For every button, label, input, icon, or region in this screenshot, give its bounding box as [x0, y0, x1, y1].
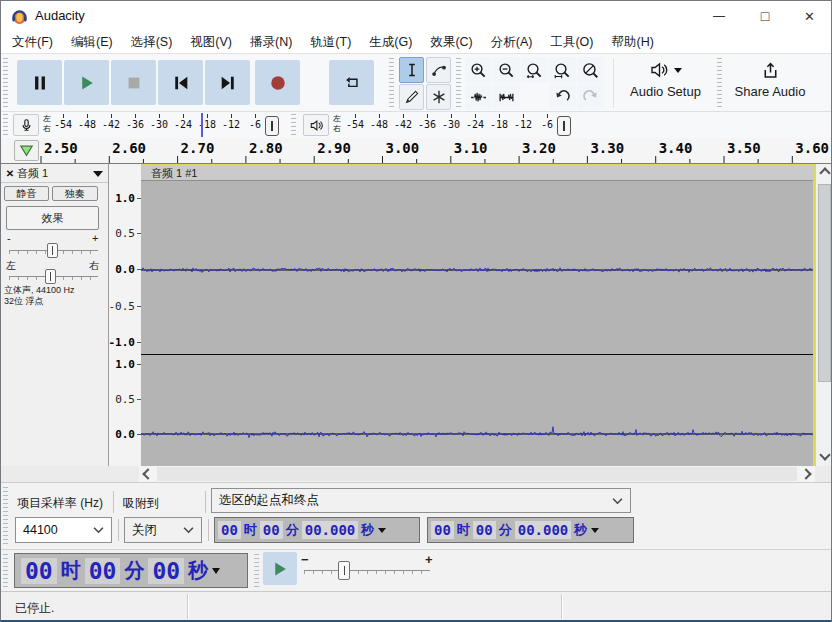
horizontal-scrollbar[interactable]	[139, 466, 815, 482]
transport-toolbar-grip[interactable]	[3, 58, 8, 108]
menu-item-8[interactable]: 效果(C)	[421, 31, 481, 53]
play-at-speed-button[interactable]	[263, 552, 297, 585]
menu-item-11[interactable]: 帮助(H)	[602, 31, 662, 53]
minimize-button[interactable]: —	[696, 1, 742, 31]
time-format-arrow-icon[interactable]	[378, 528, 386, 533]
menu-item-1[interactable]: 文件(F)	[3, 31, 62, 53]
time-unit-label[interactable]: 时	[244, 521, 257, 539]
snap-to-combobox[interactable]: 关闭	[124, 517, 202, 543]
pause-button[interactable]	[17, 60, 62, 105]
vertical-scrollbar[interactable]	[815, 164, 832, 466]
time-format-arrow-icon[interactable]	[591, 528, 599, 533]
playback-meter-grip[interactable]	[291, 114, 296, 136]
silence-selection-button[interactable]	[493, 84, 520, 110]
vertical-scrollbar-thumb[interactable]	[818, 184, 831, 382]
skip-to-start-button[interactable]	[158, 60, 203, 105]
time-digit-group[interactable]: 00	[473, 521, 496, 539]
zoom-toggle-button[interactable]	[577, 57, 604, 83]
waveform-channel-left[interactable]	[141, 181, 813, 353]
play-at-speed-grip[interactable]	[254, 554, 259, 588]
share-audio-button[interactable]: Share Audio	[725, 56, 815, 110]
time-digit-group[interactable]: 00	[218, 521, 241, 539]
zoom-to-selection-button[interactable]	[521, 57, 548, 83]
clip-title-bar[interactable]: 音频 1 #1	[141, 166, 813, 181]
audio-setup-button[interactable]: Audio Setup	[617, 56, 714, 110]
close-button[interactable]: ✕	[788, 1, 831, 31]
menu-item-4[interactable]: 视图(V)	[181, 31, 241, 53]
zoom-fit-project-button[interactable]	[549, 57, 576, 83]
menu-item-9[interactable]: 分析(A)	[482, 31, 542, 53]
menu-item-7[interactable]: 生成(G)	[360, 31, 421, 53]
solo-button[interactable]: 独奏	[52, 186, 98, 201]
redo-button[interactable]	[577, 84, 604, 110]
time-digit-group[interactable]: 00	[85, 558, 121, 584]
speed-slider-thumb[interactable]	[338, 561, 350, 580]
play-button[interactable]	[64, 60, 109, 105]
menu-item-6[interactable]: 轨道(T)	[301, 31, 360, 53]
time-digit-group[interactable]: 00.000	[515, 521, 572, 539]
horizontal-scrollbar-thumb[interactable]	[157, 467, 797, 481]
microphone-meter-button[interactable]	[13, 114, 39, 136]
envelope-tool-button[interactable]	[426, 57, 451, 83]
selection-toolbar-grip[interactable]	[3, 487, 8, 545]
time-digit-group[interactable]: 00	[148, 558, 184, 584]
multi-tool-button[interactable]	[426, 84, 451, 110]
timeline-scale[interactable]: 2.502.602.702.802.903.003.103.203.303.40…	[40, 138, 831, 163]
record-meter-grip[interactable]	[3, 114, 8, 136]
time-unit-label[interactable]: 时	[61, 557, 81, 584]
selection-start-time-field[interactable]: 00时00分00.000秒	[214, 517, 420, 543]
track-menu-arrow-icon[interactable]	[93, 171, 103, 177]
loop-button[interactable]	[329, 60, 374, 105]
selection-end-time-field[interactable]: 00时00分00.000秒	[427, 517, 634, 543]
zoom-in-button[interactable]	[465, 57, 492, 83]
share-toolbar-grip[interactable]	[717, 58, 722, 108]
timeline-ruler[interactable]: 2.502.602.702.802.903.003.103.203.303.40…	[1, 138, 831, 164]
title-bar[interactable]: Audacity — □ ✕	[1, 1, 831, 31]
meter-scale[interactable]: -54-48-42-36-30-24-18-12-6	[345, 114, 575, 137]
time-unit-label[interactable]: 秒	[188, 557, 208, 584]
time-unit-label[interactable]: 分	[286, 521, 299, 539]
audio-position-time-display[interactable]: 00时00分00秒	[14, 553, 248, 588]
scroll-up-arrow[interactable]	[816, 166, 832, 180]
time-digit-group[interactable]: 00.000	[302, 521, 359, 539]
menu-item-3[interactable]: 选择(S)	[122, 31, 182, 53]
time-unit-label[interactable]: 分	[499, 521, 512, 539]
menu-item-5[interactable]: 播录(N)	[241, 31, 301, 53]
time-unit-label[interactable]: 秒	[361, 521, 374, 539]
audio-clip[interactable]: 音频 1 #1	[141, 164, 815, 466]
maximize-button[interactable]: □	[742, 1, 788, 31]
time-format-arrow-icon[interactable]	[212, 568, 220, 574]
menu-item-2[interactable]: 编辑(E)	[62, 31, 122, 53]
stop-button[interactable]	[111, 60, 156, 105]
scroll-right-arrow[interactable]	[799, 467, 813, 481]
scroll-down-arrow[interactable]	[816, 448, 832, 462]
pan-slider-thumb[interactable]	[45, 269, 56, 284]
scroll-left-arrow[interactable]	[141, 467, 155, 481]
skip-to-end-button[interactable]	[205, 60, 250, 105]
speaker-meter-button[interactable]	[303, 114, 329, 136]
gain-slider-thumb[interactable]	[47, 243, 58, 258]
meter-slider-handle[interactable]	[265, 116, 279, 136]
track-close-button[interactable]: ✕	[4, 166, 16, 180]
record-button[interactable]	[255, 60, 300, 105]
draw-tool-button[interactable]	[399, 84, 424, 110]
tools-toolbar-grip[interactable]	[389, 58, 394, 108]
meter-scale[interactable]: -54-48-42-36-30-24-18-12-6	[53, 114, 283, 137]
trim-outside-selection-button[interactable]	[465, 84, 492, 110]
time-toolbar-grip[interactable]	[3, 554, 8, 588]
selection-mode-dropdown[interactable]: 选区的起点和终点	[211, 488, 631, 513]
waveform-channel-right[interactable]	[141, 354, 813, 465]
mute-button[interactable]: 静音	[4, 186, 49, 201]
vertical-ruler[interactable]: 1.00.50.0-0.5-1.01.00.50.0	[109, 164, 141, 466]
menu-item-10[interactable]: 工具(O)	[541, 31, 602, 53]
zoom-out-button[interactable]	[493, 57, 520, 83]
edit-toolbar-grip[interactable]	[456, 58, 461, 108]
time-digit-group[interactable]: 00	[431, 521, 454, 539]
time-digit-group[interactable]: 00	[260, 521, 283, 539]
time-unit-label[interactable]: 时	[457, 521, 470, 539]
time-unit-label[interactable]: 分	[124, 557, 144, 584]
time-digit-group[interactable]: 00	[21, 558, 57, 584]
selection-tool-button[interactable]	[399, 57, 424, 83]
project-rate-combobox[interactable]: 44100	[15, 517, 112, 543]
track-name-menu[interactable]: 音频 1	[17, 166, 103, 180]
